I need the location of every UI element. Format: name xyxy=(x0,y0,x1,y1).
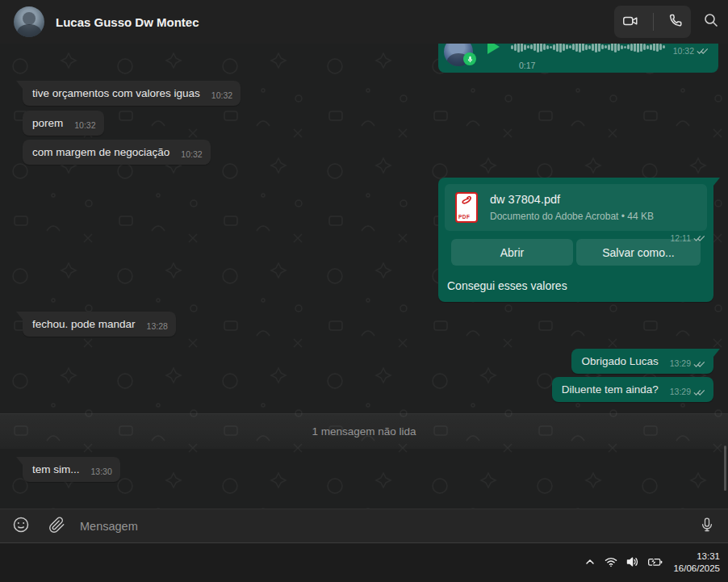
video-call-button[interactable] xyxy=(621,12,639,32)
message-bubble-in[interactable]: fechou. pode mandar 13:28 xyxy=(23,312,176,337)
call-button-group xyxy=(614,6,691,38)
document-filename: dw 37804.pdf xyxy=(490,193,560,206)
message-text: tive orçamentos com valores iguas xyxy=(32,86,200,100)
waveform-bar xyxy=(550,46,552,48)
battery-button[interactable] xyxy=(647,555,663,572)
message-bubble-out[interactable]: Diluente tem ainda? 13:29 xyxy=(552,377,713,402)
voice-call-button[interactable] xyxy=(667,13,684,31)
message-time: 13:29 xyxy=(670,385,691,399)
message-meta: 10:32 xyxy=(673,44,709,69)
waveform-bar xyxy=(566,44,568,49)
document-message-bubble[interactable]: PDF dw 37804.pdf Documento do Adobe Acro… xyxy=(438,178,713,302)
waveform-bar xyxy=(601,44,604,49)
voice-waveform[interactable] xyxy=(511,44,681,58)
tray-expand-button[interactable] xyxy=(584,555,596,571)
message-time: 10:32 xyxy=(673,46,694,56)
message-bubble-in[interactable]: tem sim... 13:30 xyxy=(23,457,120,482)
waveform-bar xyxy=(595,44,597,52)
message-text: Obrigado Lucas xyxy=(581,354,658,368)
document-card[interactable]: PDF dw 37804.pdf Documento do Adobe Acro… xyxy=(445,184,707,231)
message-text: com margem de negociação xyxy=(32,145,169,159)
emoji-smiley-icon xyxy=(12,516,30,536)
voice-message-bubble[interactable]: 0:17 10:32 xyxy=(438,44,718,73)
double-check-icon xyxy=(697,47,709,55)
waveform-bar xyxy=(543,44,546,50)
message-meta: 13:29 xyxy=(670,385,705,399)
video-camera-icon xyxy=(621,12,639,32)
waveform-bar xyxy=(630,44,633,51)
double-check-icon xyxy=(693,234,705,242)
waveform-bar xyxy=(553,44,555,50)
waveform-bar xyxy=(659,44,662,50)
mic-badge-icon xyxy=(463,52,476,65)
search-button[interactable] xyxy=(702,11,720,31)
waveform-bar xyxy=(527,45,529,48)
message-meta: 13:29 xyxy=(670,357,705,371)
taskbar-clock[interactable]: 13:31 16/06/2025 xyxy=(673,551,720,575)
system-tray xyxy=(584,555,663,572)
scrollbar-thumb[interactable] xyxy=(724,446,726,491)
waveform-bar xyxy=(653,44,655,51)
contact-name[interactable]: Lucas Gusso Dw Montec xyxy=(56,15,199,29)
message-time: 10:32 xyxy=(74,119,95,132)
message-time: 10:32 xyxy=(181,148,202,161)
attach-file-button[interactable] xyxy=(43,513,70,540)
phone-icon xyxy=(667,13,684,31)
message-time: 13:30 xyxy=(91,465,112,479)
waveform-bar xyxy=(643,44,646,50)
waveform-bar xyxy=(614,44,617,52)
waveform-bar xyxy=(575,44,578,52)
message-text: Consegui esses valores xyxy=(447,279,567,292)
waveform-bar xyxy=(663,45,665,48)
chat-header: Lucas Gusso Dw Montec xyxy=(0,0,728,44)
waveform-bar xyxy=(621,45,623,49)
message-time: 13:28 xyxy=(147,320,168,333)
message-composer xyxy=(0,509,728,542)
unread-divider-label: 1 mensagem não lida xyxy=(312,425,416,438)
record-voice-button[interactable] xyxy=(693,513,721,540)
waveform-bar xyxy=(569,45,571,48)
play-button[interactable] xyxy=(487,44,500,54)
search-icon xyxy=(702,11,720,31)
message-text: Diluente tem ainda? xyxy=(562,383,659,396)
double-check-icon xyxy=(693,388,705,396)
contact-avatar[interactable] xyxy=(14,6,44,37)
message-bubble-in[interactable]: tive orçamentos com valores iguas 10:32 xyxy=(23,81,241,106)
message-bubble-in[interactable]: com margem de negociação 10:32 xyxy=(23,140,211,165)
message-meta: 12:11 xyxy=(671,180,706,296)
microphone-icon xyxy=(699,517,715,535)
waveform-bar xyxy=(572,44,575,50)
waveform-bar xyxy=(592,44,594,51)
message-input[interactable] xyxy=(80,520,693,533)
battery-charging-icon xyxy=(647,555,663,572)
waveform-bar xyxy=(537,44,539,52)
open-document-button[interactable]: Abrir xyxy=(451,239,573,266)
taskbar-date: 16/06/2025 xyxy=(673,563,720,575)
waveform-bar xyxy=(611,44,613,51)
waveform-bar xyxy=(524,44,526,50)
wifi-icon xyxy=(604,555,618,572)
voice-duration: 0:17 xyxy=(519,61,535,70)
network-button[interactable] xyxy=(604,555,618,572)
waveform-bar xyxy=(598,44,600,52)
waveform-bar xyxy=(559,44,562,52)
waveform-bar xyxy=(640,44,642,52)
emoji-button[interactable] xyxy=(7,513,35,540)
message-bubble-in[interactable]: porem 10:32 xyxy=(23,111,104,136)
whatsapp-window: Lucas Gusso Dw Montec xyxy=(0,0,728,582)
message-time: 10:32 xyxy=(211,89,232,103)
waveform-bar xyxy=(646,45,649,49)
pdf-file-icon: PDF xyxy=(455,192,478,223)
message-bubble-out[interactable]: Obrigado Lucas 13:29 xyxy=(571,349,713,374)
message-list[interactable]: 0:17 10:32 tive orçamentos com valores i… xyxy=(0,44,728,509)
waveform-bar xyxy=(540,44,542,52)
waveform-bar xyxy=(656,44,659,52)
document-filemeta: Documento do Adobe Acrobat • 44 KB xyxy=(490,211,654,222)
message-text: fechou. pode mandar xyxy=(32,317,136,331)
volume-button[interactable] xyxy=(625,555,640,572)
waveform-bar xyxy=(634,44,636,52)
waveform-bar xyxy=(650,44,652,50)
waveform-bar xyxy=(637,44,639,52)
waveform-bar xyxy=(530,44,533,49)
waveform-bar xyxy=(546,45,549,49)
